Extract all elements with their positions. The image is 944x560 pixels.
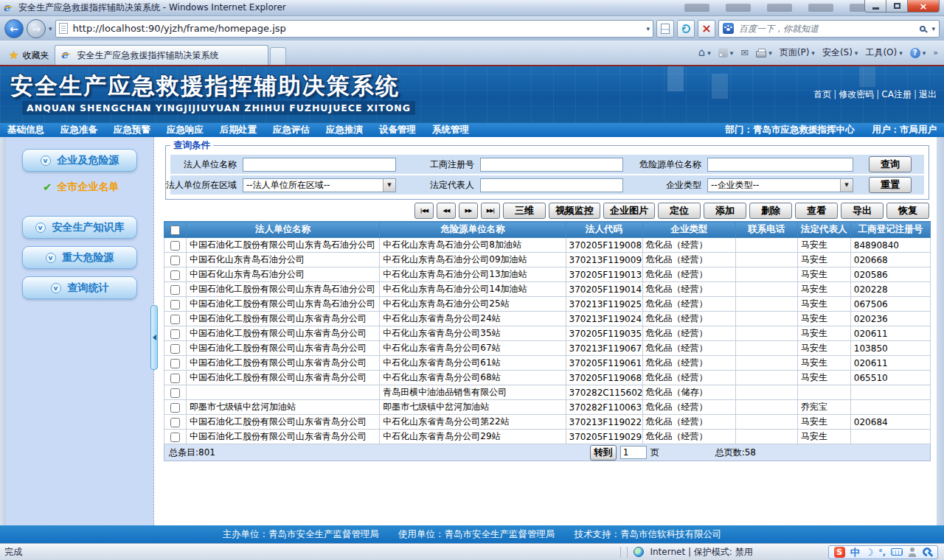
banner-link-4[interactable]: 退出 [919,89,937,99]
print-button[interactable]: ▾ [756,48,772,57]
table-row[interactable]: 中国石油化工股份有限公司山东青岛石油分公司中石化山东青岛石油分公司8加油站370… [164,238,931,253]
home-button[interactable]: ⌂▾ [698,47,711,58]
account-icon[interactable] [908,547,917,557]
row-checkbox[interactable] [170,256,180,265]
table-row[interactable]: 中国石油化工股份有限公司山东省青岛分公司中石化山东省青岛分公司第22站37021… [164,415,931,430]
toolbar-button-2[interactable]: 视频监控 [549,203,600,219]
sidebar-section-enterprise-hazard[interactable]: v 企业及危险源 [22,149,137,172]
toolbar-button-1[interactable]: 三维 [503,203,546,219]
row-checkbox[interactable] [170,374,180,383]
safety-menu[interactable]: 安全(S)▾ [822,46,858,59]
row-checkbox[interactable] [170,418,180,427]
table-row[interactable]: 中国石油化工股份有限公司山东青岛石油分公司中石化山东青岛石油分公司25站3702… [164,297,931,312]
page-menu[interactable]: 页面(P)▾ [780,46,815,59]
table-row[interactable]: 中国石油化工股份有限公司山东省青岛分公司中石化山东省青岛分公司29站370205… [164,430,931,444]
menu-item-9[interactable]: 系统管理 [432,124,469,136]
banner-link-2[interactable]: 修改密码 [839,89,874,99]
toolbar-button-5[interactable]: 添加 [704,203,746,219]
forward-button[interactable]: → [27,19,46,38]
row-checkbox[interactable] [170,433,180,442]
favorites-button[interactable]: ★ 收藏夹 [3,46,55,65]
region-select[interactable]: --法人单位所在区域-- ▼ [243,178,396,192]
menu-item-3[interactable]: 应急预警 [114,124,150,136]
search-button[interactable]: 查询 [869,156,912,172]
sidebar-section-safety-knowledge[interactable]: v 安全生产知识库 [22,216,137,239]
row-checkbox[interactable] [170,403,180,413]
settings-wrench-icon[interactable] [922,547,932,557]
search-dropdown[interactable]: ▾ [931,25,935,32]
feeds-button[interactable]: ▾ [718,48,734,57]
compatibility-view-button[interactable] [656,20,674,38]
punctuation-mode-icon[interactable]: °, [878,548,886,556]
fullwidth-mode-icon[interactable]: ☽ [865,547,874,557]
menu-item-6[interactable]: 应急评估 [273,124,310,136]
back-button[interactable]: ← [4,19,24,38]
select-all-checkbox[interactable] [170,225,180,235]
sidebar-collapse-handle[interactable] [150,305,158,370]
toolbar-button-9[interactable]: 恢复 [886,203,929,219]
new-tab-button[interactable] [270,47,286,65]
minimize-button[interactable] [864,0,886,13]
table-row[interactable]: 中国石油化工股份有限公司山东省青岛分公司中石化山东省青岛分公司35站370205… [164,326,931,341]
toolbar-button-3[interactable]: 企业图片 [603,203,655,219]
recent-pages-dropdown[interactable]: ▾ [49,25,52,32]
pager-nav-button-1[interactable]: |◀◀ [414,203,434,219]
refresh-button[interactable] [677,20,695,38]
banner-link-1[interactable]: 首页 [813,89,831,99]
tools-menu[interactable]: 工具(O)▾ [865,46,902,59]
url-dropdown[interactable]: ▾ [646,25,650,32]
toolbar-button-7[interactable]: 查看 [795,203,838,219]
toolbar-button-4[interactable]: 定位 [658,203,701,219]
toolbar-button-8[interactable]: 导出 [841,203,884,219]
table-row[interactable]: 中国石油化工股份有限公司山东省青岛分公司中石化山东省青岛分公司68站370205… [164,371,931,385]
overflow-chevron[interactable]: » [933,48,938,57]
table-row[interactable]: 中国石油化工股份有限公司山东青岛石油分公司中石化山东青岛石油分公司14加油站37… [164,282,931,297]
stop-button[interactable]: × [698,20,715,38]
table-row[interactable]: 中国石化山东青岛石油分公司中石化山东青岛石油分公司09加油站370213F119… [164,253,931,267]
hazard-name-input[interactable] [707,158,853,172]
search-input[interactable] [738,23,916,35]
search-icon[interactable] [920,26,926,32]
row-checkbox[interactable] [170,344,180,354]
table-row[interactable]: 中国石油化工股份有限公司山东省青岛分公司中石化山东省青岛分公司61站370205… [164,356,931,371]
row-checkbox[interactable] [170,315,180,324]
banner-link-3[interactable]: CA注册 [881,89,912,99]
menu-item-5[interactable]: 后期处置 [220,124,257,136]
row-checkbox[interactable] [170,329,180,339]
menu-item-7[interactable]: 应急推演 [326,124,363,136]
row-checkbox[interactable] [170,359,180,368]
table-row[interactable]: 青岛田横中油油品销售有限公司370282C115602危化品（储存） [164,385,931,400]
reg-no-input[interactable] [480,158,623,172]
sidebar-section-major-hazard[interactable]: v 重大危险源 [22,246,137,269]
restore-button[interactable] [886,0,907,13]
sidebar-section-query-statistics[interactable]: v 查询统计 [22,276,137,299]
ent-type-select[interactable]: --企业类型-- ▼ [707,178,853,192]
page-number-input[interactable] [620,446,647,459]
pager-nav-button-3[interactable]: ▶▶ [459,203,478,219]
legal-name-input[interactable] [243,158,396,172]
table-row[interactable]: 即墨市七级镇中岔河加油站即墨市七级镇中岔河加油站370282F110063危化品… [164,400,931,415]
soft-keyboard-icon[interactable] [891,548,903,556]
help-menu[interactable]: ?▾ [910,48,926,58]
sidebar-item-citywide-enterprise-list[interactable]: ✔ 全市企业名单 [43,181,153,194]
reset-button[interactable]: 重置 [869,177,912,193]
row-checkbox[interactable] [170,270,180,280]
table-row[interactable]: 中国石油化工股份有限公司山东省青岛分公司中石化山东省青岛分公司67站370213… [164,341,931,356]
pager-nav-button-4[interactable]: ▶▶| [481,203,500,219]
table-row[interactable]: 中国石油化工股份有限公司山东省青岛分公司中石化山东省青岛分公司24站370213… [164,312,931,326]
row-checkbox[interactable] [170,241,180,251]
sogou-icon[interactable]: S [834,547,845,558]
toolbar-button-6[interactable]: 删除 [749,203,792,219]
menu-item-8[interactable]: 设备管理 [379,124,416,136]
chinese-mode-icon[interactable]: 中 [850,547,860,557]
legal-rep-input[interactable] [480,178,623,192]
mail-button[interactable]: ✉ [740,48,749,57]
close-button[interactable]: × [907,0,940,13]
menu-item-1[interactable]: 基础信息 [7,124,44,136]
url-input[interactable] [72,22,643,35]
menu-item-4[interactable]: 应急响应 [167,124,204,136]
goto-page-button[interactable]: 转到 [590,445,617,461]
row-checkbox[interactable] [170,300,180,309]
row-checkbox[interactable] [170,285,180,295]
browser-tab[interactable]: e 安全生产应急救援指挥辅助决策系统 [55,45,268,65]
